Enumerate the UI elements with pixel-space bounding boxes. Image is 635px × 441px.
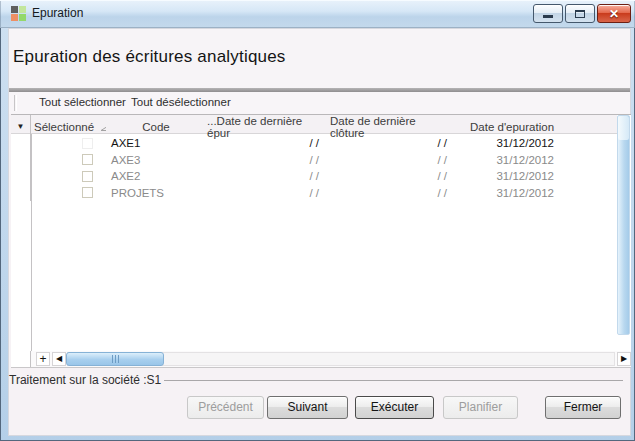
- previous-button[interactable]: Précédent: [187, 396, 264, 419]
- maximize-icon: [575, 10, 585, 18]
- app-icon-square-green: [19, 14, 26, 21]
- add-row-button[interactable]: +: [36, 352, 50, 366]
- cell-last-close: / /: [321, 185, 449, 202]
- cell-selected: [31, 152, 106, 169]
- grid-toolbar: Tout sélectionner Tout désélectionner: [9, 92, 630, 114]
- toolbar-grip: [14, 95, 17, 111]
- select-all-button[interactable]: Tout sélectionner: [35, 95, 130, 109]
- cell-last-close: / /: [321, 135, 449, 152]
- execute-button[interactable]: Exécuter: [355, 396, 434, 419]
- app-icon-square-orange: [11, 14, 18, 21]
- client-area: Epuration des écritures analytiques Tout…: [8, 28, 631, 436]
- row-filler: [561, 152, 617, 169]
- table-row-axe2[interactable]: AXE2 / / / / 31/12/2012: [11, 168, 617, 185]
- close-dialog-button[interactable]: Fermer: [545, 396, 621, 419]
- cell-code: AXE3: [106, 152, 206, 169]
- grid-rows: AXE1 / / / / 31/12/2012 AXE3 / / / /: [11, 135, 617, 201]
- cell-last-close: / /: [321, 152, 449, 169]
- cell-purge-date: 31/12/2012: [449, 152, 561, 169]
- cell-selected: [31, 168, 106, 185]
- app-icon-square-gray: [11, 6, 18, 13]
- row-gutter[interactable]: [11, 135, 31, 152]
- app-icon-square-lightgreen: [19, 6, 26, 13]
- grid-header-row: ▼ Sélectionné Code ...Date de dernière é…: [11, 115, 617, 134]
- row-checkbox[interactable]: [82, 138, 93, 149]
- vertical-scrollbar-thumb[interactable]: [618, 116, 629, 140]
- column-header-code[interactable]: Code: [106, 121, 206, 133]
- row-filler: [561, 135, 617, 152]
- horizontal-scrollbar-thumb[interactable]: [66, 352, 164, 366]
- minimize-button[interactable]: [533, 4, 563, 23]
- cell-code: PROJETS: [106, 185, 206, 202]
- deselect-all-button[interactable]: Tout désélectionner: [127, 95, 235, 109]
- table-row-axe1[interactable]: AXE1 / / / / 31/12/2012: [11, 135, 617, 152]
- scrollbar-gutter: [11, 351, 31, 367]
- horizontal-scrollbar: + ◀ ▶: [11, 351, 631, 367]
- axes-grid: ▼ Sélectionné Code ...Date de dernière é…: [11, 114, 631, 368]
- cell-last-purge: / /: [206, 168, 321, 185]
- cell-last-purge: / /: [206, 135, 321, 152]
- row-gutter[interactable]: [11, 152, 31, 169]
- page-title: Epuration des écritures analytiques: [13, 47, 286, 67]
- minimize-icon: [543, 15, 553, 18]
- cell-last-purge: / /: [206, 152, 321, 169]
- epuration-dialog: Epuration ✕ Epuration des écritures anal…: [0, 0, 635, 441]
- next-button[interactable]: Suivant: [267, 396, 348, 419]
- row-checkbox[interactable]: [82, 154, 93, 165]
- table-row-axe3[interactable]: AXE3 / / / / 31/12/2012: [11, 152, 617, 169]
- status-text: Traitement sur la société :S1: [9, 373, 164, 387]
- row-filler: [561, 185, 617, 202]
- cell-code: AXE2: [106, 168, 206, 185]
- titlebar[interactable]: Epuration ✕: [0, 0, 635, 28]
- cell-selected: [31, 135, 106, 152]
- row-checkbox[interactable]: [82, 171, 93, 182]
- cell-purge-date: 31/12/2012: [449, 185, 561, 202]
- vertical-scrollbar[interactable]: [617, 115, 630, 335]
- cell-purge-date: 31/12/2012: [449, 168, 561, 185]
- group-divider: [158, 380, 623, 381]
- column-header-purge-date[interactable]: Date d'epuration: [449, 121, 561, 133]
- maximize-button[interactable]: [565, 4, 595, 23]
- row-filler: [561, 168, 617, 185]
- row-gutter[interactable]: [11, 168, 31, 185]
- close-button[interactable]: ✕: [597, 4, 631, 23]
- window-title: Epuration: [32, 6, 83, 20]
- scroll-right-arrow-icon[interactable]: ▶: [617, 352, 631, 366]
- cell-last-purge: / /: [206, 185, 321, 202]
- close-icon: ✕: [609, 8, 619, 20]
- cell-code: AXE1: [106, 135, 206, 152]
- column-header-selected-label: Sélectionné: [34, 121, 94, 133]
- cell-last-close: / /: [321, 168, 449, 185]
- scroll-left-arrow-icon[interactable]: ◀: [52, 352, 66, 366]
- cell-purge-date: 31/12/2012: [449, 135, 561, 152]
- app-icon: [11, 6, 26, 21]
- window-controls: ✕: [533, 4, 631, 23]
- column-header-selected[interactable]: Sélectionné: [31, 121, 106, 133]
- heading-panel: Epuration des écritures analytiques: [9, 29, 630, 88]
- plan-button[interactable]: Planifier: [443, 396, 518, 419]
- row-gutter[interactable]: [11, 185, 31, 202]
- cell-selected: [31, 185, 106, 202]
- table-row-projets[interactable]: PROJETS / / / / 31/12/2012: [11, 185, 617, 202]
- row-checkbox[interactable]: [82, 187, 93, 198]
- dropdown-arrow-icon: ▼: [17, 123, 25, 131]
